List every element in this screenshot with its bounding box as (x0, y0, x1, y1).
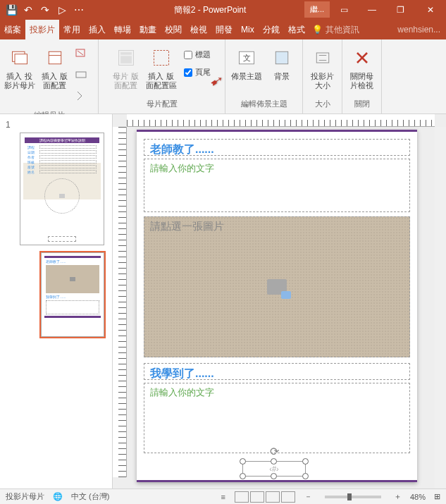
vertical-scrollbar[interactable] (435, 127, 446, 488)
tab-format[interactable]: 格式 (284, 20, 309, 39)
tab-insert[interactable]: 插入 (85, 20, 110, 39)
rotate-handle-icon[interactable]: ⟳ (270, 445, 279, 458)
insert-slide-master-button[interactable]: 插入 投影片母片 (3, 42, 37, 92)
tab-animations[interactable]: 動畫 (135, 20, 161, 39)
vertical-ruler[interactable] (113, 127, 127, 477)
zoom-in-button[interactable]: ＋ (394, 491, 402, 502)
title-bar: 💾 ↶ ↷ ▷ ⋯ 簡報2 - PowerPoint 繼... ▭ — ❐ ✕ (0, 0, 446, 20)
rename-button[interactable] (75, 69, 94, 86)
start-slideshow-icon[interactable]: ▷ (55, 3, 69, 17)
status-bar: 投影片母片 🌐 中文 (台灣) ≡ － ＋ 48% ⊞ (0, 488, 446, 504)
zoom-slider[interactable] (325, 496, 381, 498)
horizontal-ruler[interactable] (127, 114, 435, 127)
view-buttons[interactable] (234, 491, 296, 503)
minimize-icon[interactable]: — (358, 0, 386, 20)
fit-icon[interactable]: ⊞ (434, 492, 440, 501)
workspace: 1 課程內容摘要學習單製作說明 課程 日期 作者 班級 座號 姓名 老師教了..… (0, 114, 446, 488)
background-button[interactable]: 背景 (265, 42, 299, 82)
notes-icon[interactable]: ≡ (221, 493, 225, 501)
svg-line-5 (78, 51, 83, 55)
menu-bar: 檔案 投影片 常用 插入 轉場 動畫 校閱 檢視 開發 Mix 分鏡 格式 💡 … (0, 20, 446, 39)
placeholder-icon (150, 47, 173, 69)
tab-file[interactable]: 檔案 (0, 20, 25, 39)
svg-rect-14 (316, 53, 329, 63)
tab-transitions[interactable]: 轉場 (110, 20, 135, 39)
group-label-close: 關閉 (354, 97, 370, 111)
title-placeholder-2[interactable]: 我學到了...... (144, 363, 410, 380)
resize-handle[interactable] (271, 458, 277, 465)
tab-developer[interactable]: 開發 (211, 20, 237, 39)
insert-layout-button[interactable]: 插入 版面配置 (38, 42, 72, 92)
resize-handle[interactable] (302, 473, 309, 479)
body-placeholder-2[interactable]: 請輸入你的文字 (144, 383, 410, 453)
svg-rect-9 (120, 56, 132, 63)
redo-icon[interactable]: ↷ (38, 3, 52, 17)
save-icon[interactable]: 💾 (4, 3, 18, 17)
title-placeholder-1[interactable]: 老師教了...... (144, 139, 410, 156)
master-layout-button[interactable]: 母片 版面配置 (109, 42, 143, 92)
close-master-button[interactable]: 關閉母 片檢視 (345, 42, 379, 92)
picture-icon (267, 279, 287, 295)
tab-review[interactable]: 校閱 (161, 20, 186, 39)
thumbnail-pane[interactable]: 1 課程內容摘要學習單製作說明 課程 日期 作者 班級 座號 姓名 老師教了..… (0, 114, 113, 488)
resize-handle[interactable] (240, 458, 246, 465)
user-account[interactable]: wenhsien... (392, 25, 446, 35)
close-icon[interactable]: ✕ (414, 0, 446, 20)
svg-rect-13 (275, 51, 288, 64)
resize-handle[interactable] (271, 473, 277, 479)
slide-master-icon (8, 47, 31, 69)
undo-icon[interactable]: ↶ (21, 3, 35, 17)
tab-home[interactable]: 常用 (59, 20, 85, 39)
quick-access-toolbar: 💾 ↶ ↷ ▷ ⋯ (0, 3, 90, 17)
master-layout-icon (115, 47, 137, 69)
qat-more-icon[interactable]: ⋯ (72, 3, 86, 17)
delete-button[interactable] (75, 48, 94, 65)
master-number: 1 (6, 120, 106, 130)
status-view: 投影片母片 (6, 491, 44, 502)
image-placeholder[interactable]: 請點選一張圖片 (144, 216, 410, 357)
svg-rect-1 (15, 54, 27, 64)
themes-button[interactable]: 文 佈景主題 (230, 42, 264, 82)
tab-mix[interactable]: Mix (237, 20, 259, 39)
slide-editor: 老師教了...... 請輸入你的文字 請點選一張圖片 我學到了...... 請輸… (113, 114, 446, 488)
ribbon: 插入 投影片母片 插入 版面配置 編輯母片 母片 版面配置 插入 版面配置區 (0, 39, 446, 114)
globe-icon[interactable]: 🌐 (53, 492, 63, 501)
slide-canvas[interactable]: 老師教了...... 請輸入你的文字 請點選一張圖片 我學到了...... 請輸… (137, 130, 417, 482)
status-language[interactable]: 中文 (台灣) (71, 491, 109, 502)
layout-thumbnail-selected[interactable]: 老師教了...... 我學到了...... (41, 252, 104, 337)
restore-icon[interactable]: ❐ (386, 0, 414, 20)
master-thumbnail[interactable]: 課程內容摘要學習單製作說明 課程 日期 作者 班級 座號 姓名 (20, 133, 104, 245)
window-title: 簡報2 - PowerPoint 繼... (90, 4, 330, 16)
group-label-theme: 編輯佈景主題 (241, 97, 287, 111)
ribbon-options-icon[interactable]: ▭ (330, 0, 358, 20)
slide-size-icon (311, 47, 334, 69)
close-master-icon (351, 47, 373, 69)
window-controls: ▭ — ❐ ✕ (330, 0, 446, 20)
title-checkbox[interactable]: 標題 (181, 48, 213, 61)
svg-text:文: 文 (242, 54, 250, 62)
group-label-master-layout: 母片配置 (147, 97, 178, 111)
compat-badge: 繼... (304, 1, 330, 18)
slide-size-button[interactable]: 投影片 大小 (306, 42, 340, 92)
preserve-button[interactable] (75, 90, 94, 107)
resize-handle[interactable] (240, 473, 246, 479)
zoom-out-button[interactable]: － (304, 491, 312, 502)
svg-rect-10 (154, 51, 168, 66)
svg-rect-6 (76, 72, 86, 78)
background-icon (271, 47, 293, 69)
group-label-size: 大小 (315, 97, 330, 111)
tab-slide-master[interactable]: 投影片 (25, 20, 59, 39)
svg-rect-2 (49, 51, 61, 64)
layout-icon (44, 47, 66, 69)
bulb-icon: 💡 (312, 25, 323, 35)
svg-rect-8 (120, 52, 132, 55)
tab-addon[interactable]: 分鏡 (259, 20, 284, 39)
tell-me[interactable]: 💡 其他資訊 (309, 24, 362, 36)
tab-view[interactable]: 檢視 (186, 20, 211, 39)
insert-placeholder-button[interactable]: 插入 版面配置區 (144, 42, 178, 92)
zoom-level[interactable]: 48% (410, 493, 426, 501)
themes-icon: 文 (235, 47, 258, 69)
resize-handle[interactable] (302, 458, 309, 465)
body-placeholder-1[interactable]: 請輸入你的文字 (144, 159, 410, 212)
selected-placeholder[interactable]: ⟳ ‹#› (242, 461, 306, 477)
